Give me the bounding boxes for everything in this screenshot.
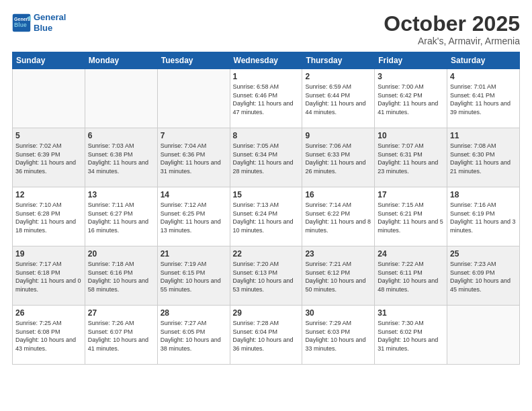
calendar-cell: 17Sunrise: 7:15 AMSunset: 6:21 PMDayligh… xyxy=(375,187,447,246)
day-info: Sunrise: 7:03 AMSunset: 6:38 PMDaylight:… xyxy=(88,142,154,175)
day-info: Sunrise: 7:14 AMSunset: 6:22 PMDaylight:… xyxy=(305,201,371,234)
calendar-cell: 26Sunrise: 7:25 AMSunset: 6:08 PMDayligh… xyxy=(13,306,85,365)
calendar-cell: 11Sunrise: 7:08 AMSunset: 6:30 PMDayligh… xyxy=(447,128,520,187)
calendar-header-row: SundayMondayTuesdayWednesdayThursdayFrid… xyxy=(13,52,520,69)
day-number: 23 xyxy=(305,249,371,259)
calendar-cell: 23Sunrise: 7:21 AMSunset: 6:12 PMDayligh… xyxy=(302,246,375,306)
calendar-cell: 13Sunrise: 7:11 AMSunset: 6:27 PMDayligh… xyxy=(85,187,157,246)
day-number: 2 xyxy=(305,72,371,81)
calendar-cell: 15Sunrise: 7:13 AMSunset: 6:24 PMDayligh… xyxy=(230,187,302,246)
logo: General Blue General Blue xyxy=(12,12,66,33)
month-title: October 2025 xyxy=(384,12,520,36)
day-info: Sunrise: 7:01 AMSunset: 6:41 PMDaylight:… xyxy=(450,83,517,116)
logo-line1: General xyxy=(34,12,66,22)
calendar-cell: 8Sunrise: 7:05 AMSunset: 6:34 PMDaylight… xyxy=(230,128,302,187)
calendar-cell: 20Sunrise: 7:18 AMSunset: 6:16 PMDayligh… xyxy=(85,246,157,306)
day-info: Sunrise: 7:15 AMSunset: 6:21 PMDaylight:… xyxy=(378,201,444,234)
calendar-cell: 18Sunrise: 7:16 AMSunset: 6:19 PMDayligh… xyxy=(447,187,520,246)
calendar-week-row: 5Sunrise: 7:02 AMSunset: 6:39 PMDaylight… xyxy=(13,128,520,187)
day-number: 13 xyxy=(88,190,154,199)
day-info: Sunrise: 7:21 AMSunset: 6:12 PMDaylight:… xyxy=(305,260,371,293)
day-number: 25 xyxy=(450,249,517,259)
title-area: October 2025 Arak's, Armavir, Armenia xyxy=(384,12,520,46)
calendar-cell: 28Sunrise: 7:27 AMSunset: 6:05 PMDayligh… xyxy=(157,306,230,365)
day-number: 4 xyxy=(450,72,517,81)
day-info: Sunrise: 7:26 AMSunset: 6:07 PMDaylight:… xyxy=(88,319,154,353)
calendar-cell: 30Sunrise: 7:29 AMSunset: 6:03 PMDayligh… xyxy=(302,306,375,365)
day-info: Sunrise: 7:08 AMSunset: 6:30 PMDaylight:… xyxy=(450,142,517,175)
weekday-header: Sunday xyxy=(13,52,85,69)
calendar-cell: 4Sunrise: 7:01 AMSunset: 6:41 PMDaylight… xyxy=(447,69,520,128)
weekday-header: Friday xyxy=(375,52,447,69)
logo-text: General Blue xyxy=(34,12,66,33)
calendar-cell: 1Sunrise: 6:58 AMSunset: 6:46 PMDaylight… xyxy=(230,69,302,128)
page: General Blue General Blue October 2025 A… xyxy=(0,0,532,411)
header: General Blue General Blue October 2025 A… xyxy=(12,12,520,46)
day-info: Sunrise: 7:22 AMSunset: 6:11 PMDaylight:… xyxy=(378,260,444,293)
calendar-cell: 9Sunrise: 7:06 AMSunset: 6:33 PMDaylight… xyxy=(302,128,375,187)
calendar-cell: 24Sunrise: 7:22 AMSunset: 6:11 PMDayligh… xyxy=(375,246,447,306)
day-number: 1 xyxy=(233,72,300,81)
day-info: Sunrise: 7:04 AMSunset: 6:36 PMDaylight:… xyxy=(161,142,227,175)
subtitle: Arak's, Armavir, Armenia xyxy=(384,36,520,46)
day-info: Sunrise: 7:00 AMSunset: 6:42 PMDaylight:… xyxy=(378,83,444,116)
day-info: Sunrise: 7:02 AMSunset: 6:39 PMDaylight:… xyxy=(15,142,82,175)
calendar-cell: 7Sunrise: 7:04 AMSunset: 6:36 PMDaylight… xyxy=(157,128,230,187)
calendar-week-row: 26Sunrise: 7:25 AMSunset: 6:08 PMDayligh… xyxy=(13,306,520,365)
day-number: 5 xyxy=(15,131,82,140)
day-number: 3 xyxy=(378,72,444,81)
weekday-header: Monday xyxy=(85,52,157,69)
day-info: Sunrise: 7:29 AMSunset: 6:03 PMDaylight:… xyxy=(305,319,371,353)
day-info: Sunrise: 7:10 AMSunset: 6:28 PMDaylight:… xyxy=(15,201,82,234)
day-info: Sunrise: 7:17 AMSunset: 6:18 PMDaylight:… xyxy=(15,260,82,293)
day-number: 30 xyxy=(305,308,371,318)
calendar-cell: 10Sunrise: 7:07 AMSunset: 6:31 PMDayligh… xyxy=(375,128,447,187)
day-number: 10 xyxy=(378,131,444,140)
day-number: 14 xyxy=(161,190,227,199)
day-number: 12 xyxy=(15,190,82,199)
day-number: 21 xyxy=(161,249,227,259)
calendar-cell xyxy=(85,69,157,128)
day-info: Sunrise: 7:11 AMSunset: 6:27 PMDaylight:… xyxy=(88,201,154,234)
weekday-header: Thursday xyxy=(302,52,375,69)
calendar-week-row: 12Sunrise: 7:10 AMSunset: 6:28 PMDayligh… xyxy=(13,187,520,246)
calendar-cell: 5Sunrise: 7:02 AMSunset: 6:39 PMDaylight… xyxy=(13,128,85,187)
day-number: 24 xyxy=(378,249,444,259)
weekday-header: Saturday xyxy=(447,52,520,69)
day-number: 9 xyxy=(305,131,371,140)
day-info: Sunrise: 7:19 AMSunset: 6:15 PMDaylight:… xyxy=(161,260,227,293)
calendar-cell: 27Sunrise: 7:26 AMSunset: 6:07 PMDayligh… xyxy=(85,306,157,365)
calendar-cell xyxy=(13,69,85,128)
day-info: Sunrise: 7:06 AMSunset: 6:33 PMDaylight:… xyxy=(305,142,371,175)
day-number: 28 xyxy=(161,308,227,318)
day-number: 27 xyxy=(88,308,154,318)
calendar-week-row: 1Sunrise: 6:58 AMSunset: 6:46 PMDaylight… xyxy=(13,69,520,128)
day-info: Sunrise: 7:20 AMSunset: 6:13 PMDaylight:… xyxy=(233,260,300,293)
calendar-cell: 25Sunrise: 7:23 AMSunset: 6:09 PMDayligh… xyxy=(447,246,520,306)
day-number: 29 xyxy=(233,308,300,318)
day-info: Sunrise: 7:23 AMSunset: 6:09 PMDaylight:… xyxy=(450,260,517,293)
day-info: Sunrise: 7:25 AMSunset: 6:08 PMDaylight:… xyxy=(15,319,82,353)
calendar-cell: 3Sunrise: 7:00 AMSunset: 6:42 PMDaylight… xyxy=(375,69,447,128)
day-number: 20 xyxy=(88,249,154,259)
day-info: Sunrise: 7:30 AMSunset: 6:02 PMDaylight:… xyxy=(378,319,444,353)
day-number: 17 xyxy=(378,190,444,199)
day-info: Sunrise: 7:13 AMSunset: 6:24 PMDaylight:… xyxy=(233,201,300,234)
day-info: Sunrise: 7:05 AMSunset: 6:34 PMDaylight:… xyxy=(233,142,300,175)
day-info: Sunrise: 6:59 AMSunset: 6:44 PMDaylight:… xyxy=(305,83,371,116)
weekday-header: Tuesday xyxy=(157,52,230,69)
day-info: Sunrise: 7:07 AMSunset: 6:31 PMDaylight:… xyxy=(378,142,444,175)
day-info: Sunrise: 7:28 AMSunset: 6:04 PMDaylight:… xyxy=(233,319,300,353)
logo-icon: General Blue xyxy=(12,13,31,32)
calendar-body: 1Sunrise: 6:58 AMSunset: 6:46 PMDaylight… xyxy=(13,69,520,365)
day-number: 6 xyxy=(88,131,154,140)
day-number: 8 xyxy=(233,131,300,140)
day-info: Sunrise: 6:58 AMSunset: 6:46 PMDaylight:… xyxy=(233,83,300,116)
day-number: 31 xyxy=(378,308,444,318)
day-number: 26 xyxy=(15,308,82,318)
calendar-cell: 14Sunrise: 7:12 AMSunset: 6:25 PMDayligh… xyxy=(157,187,230,246)
day-number: 7 xyxy=(161,131,227,140)
calendar-table: SundayMondayTuesdayWednesdayThursdayFrid… xyxy=(12,52,520,365)
logo-line2: Blue xyxy=(34,23,52,33)
day-info: Sunrise: 7:18 AMSunset: 6:16 PMDaylight:… xyxy=(88,260,154,293)
